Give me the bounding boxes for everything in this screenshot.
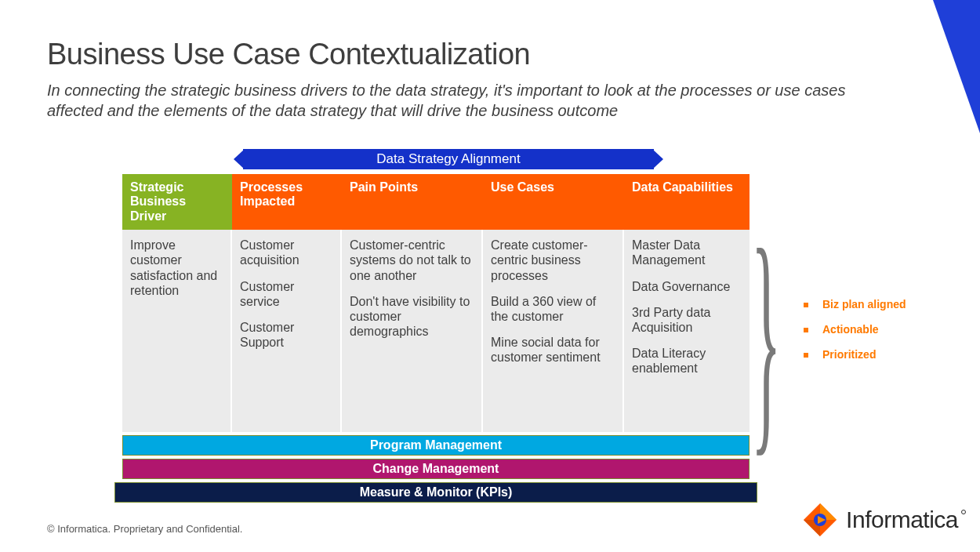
corner-accent: [933, 0, 980, 133]
header-use-cases: Use Cases: [483, 174, 624, 230]
slide-subtitle: In connecting the strategic business dri…: [47, 80, 878, 121]
header-data-capabilities: Data Capabilities: [624, 174, 750, 230]
bullet-item: Prioritized: [804, 348, 906, 361]
slide-title: Business Use Case Contextualization: [47, 38, 530, 71]
header-processes-impacted: Processes Impacted: [232, 174, 342, 230]
cell-text: Master Data Management: [632, 238, 742, 267]
cell-text: Customer-centric systems do not talk to …: [350, 238, 474, 283]
header-strategic-driver: Strategic Business Driver: [122, 174, 232, 230]
footer-program-management: Program Management: [122, 435, 750, 456]
cell-processes-impacted: Customer acquisition Customer service Cu…: [232, 230, 342, 432]
brand-name: Informatica: [846, 507, 958, 533]
cell-text: Data Governance: [632, 279, 742, 294]
brand-logo: Informatica: [802, 502, 958, 538]
cell-text: Customer Support: [240, 320, 332, 350]
side-bullets: Biz plan aligned Actionable Prioritized: [804, 298, 906, 373]
bullet-item: Actionable: [804, 323, 906, 336]
cell-text: 3rd Party data Acquisition: [632, 305, 742, 335]
bullet-dot-icon: [804, 353, 808, 358]
copyright-text: © Informatica. Proprietary and Confident…: [47, 523, 242, 535]
cell-text: Improve customer satisfaction and retent…: [130, 238, 223, 298]
cell-data-capabilities: Master Data Management Data Governance 3…: [624, 230, 750, 432]
cell-strategic-driver: Improve customer satisfaction and retent…: [122, 230, 232, 432]
usecase-table: Strategic Business Driver Processes Impa…: [122, 174, 750, 503]
cell-text: Customer service: [240, 279, 332, 309]
cell-text: Create customer-centric business process…: [491, 238, 615, 283]
bullet-dot-icon: [804, 328, 808, 332]
bullet-dot-icon: [804, 303, 808, 307]
informatica-logo-icon: [802, 502, 838, 538]
cell-use-cases: Create customer-centric business process…: [483, 230, 624, 432]
bullet-text: Prioritized: [822, 348, 876, 361]
header-pain-points: Pain Points: [342, 174, 483, 230]
data-strategy-alignment-label: Data Strategy Alignment: [243, 149, 654, 169]
cell-pain-points: Customer-centric systems do not talk to …: [342, 230, 483, 432]
footer-change-management: Change Management: [122, 459, 750, 479]
cell-text: Build a 360 view of the customer: [491, 294, 615, 324]
cell-text: Mine social data for customer sentiment: [491, 335, 615, 365]
bullet-text: Biz plan aligned: [822, 298, 906, 310]
footer-measure-monitor: Measure & Monitor (KPIs): [114, 482, 757, 503]
bullet-text: Actionable: [822, 323, 879, 336]
cell-text: Customer acquisition: [240, 238, 332, 267]
slide: Business Use Case Contextualization In c…: [0, 0, 980, 552]
data-strategy-alignment-arrow: Data Strategy Alignment: [234, 149, 663, 172]
bullet-item: Biz plan aligned: [804, 298, 906, 310]
cell-text: Data Literacy enablement: [632, 346, 742, 376]
table-body-row: Improve customer satisfaction and retent…: [122, 230, 750, 432]
table-header-row: Strategic Business Driver Processes Impa…: [122, 174, 750, 230]
curly-brace-icon: }: [751, 212, 781, 463]
cell-text: Don't have visibility to customer demogr…: [350, 294, 474, 340]
